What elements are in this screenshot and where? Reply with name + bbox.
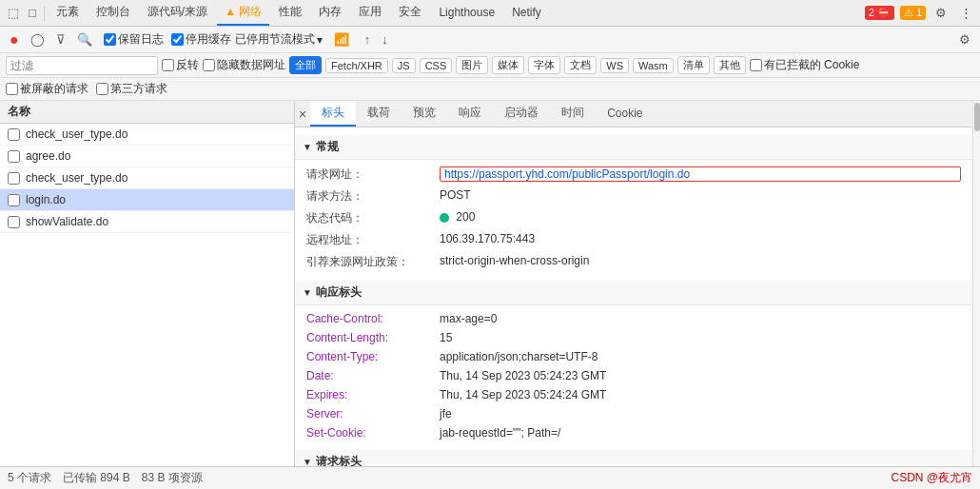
expires-key: Expires:	[306, 388, 440, 401]
wifi-icon[interactable]: 📶	[330, 30, 353, 49]
detail-panel: × 标头 载荷 预览 响应 启动器 时间 Cookie ▼ 常规 请求网址： h…	[295, 101, 972, 466]
general-section-header[interactable]: ▼ 常规	[295, 135, 972, 160]
referrer-policy-key: 引荐来源网址政策：	[306, 254, 440, 270]
response-headers-section-header[interactable]: ▼ 响应标头	[295, 281, 972, 305]
request-method-row: 请求方法： POST	[295, 186, 972, 207]
network-settings-icon[interactable]: ⚙	[955, 30, 974, 49]
collapse-icon: ▼	[303, 287, 312, 298]
collapse-icon: ▼	[303, 457, 312, 466]
item-name: showValidate.do	[26, 215, 286, 228]
list-item-selected[interactable]: login.do	[0, 189, 294, 211]
filter-wasm[interactable]: Wasm	[633, 58, 674, 73]
request-url-value: https://passport.yhd.com/publicPassport/…	[440, 166, 961, 182]
preserve-log-checkbox[interactable]: 保留日志	[104, 31, 164, 48]
third-party-checkbox[interactable]: 第三方请求	[96, 81, 167, 97]
detail-tab-initiator[interactable]: 启动器	[493, 101, 550, 127]
has-blocked-cookie-checkbox[interactable]: 有已拦截的 Cookie	[750, 57, 860, 73]
server-row: Server: jfe	[295, 404, 972, 423]
general-section-title: 常规	[316, 139, 339, 155]
tab-security[interactable]: 安全	[391, 0, 429, 26]
tab-application[interactable]: 应用	[351, 0, 389, 26]
requests-count: 5 个请求	[8, 470, 51, 486]
list-item[interactable]: agree.do	[0, 146, 294, 167]
reverse-checkbox[interactable]: 反转	[162, 57, 199, 73]
tab-sources[interactable]: 源代码/来源	[140, 0, 215, 26]
scrollbar[interactable]	[972, 101, 980, 466]
tab-memory[interactable]: 内存	[311, 0, 349, 26]
item-checkbox[interactable]	[8, 216, 20, 228]
general-section-content: 请求网址： https://passport.yhd.com/publicPas…	[295, 160, 972, 277]
item-checkbox[interactable]	[8, 172, 20, 185]
set-cookie-row: Set-Cookie: jab-requestId=""; Path=/	[295, 423, 972, 442]
tab-lighthouse[interactable]: Lighthouse	[431, 2, 502, 25]
response-headers-content: Cache-Control: max-age=0 Content-Length:…	[295, 305, 972, 446]
remote-address-value: 106.39.170.75:443	[440, 232, 961, 245]
request-method-value: POST	[440, 188, 961, 202]
detail-tab-headers[interactable]: 标头	[310, 101, 356, 127]
transferred-size: 已传输 894 B	[63, 470, 130, 486]
hide-data-url-checkbox[interactable]: 隐藏数据网址	[203, 57, 285, 73]
content-length-row: Content-Length: 15	[295, 328, 972, 347]
close-detail-button[interactable]: ×	[299, 107, 306, 122]
devtools-icon1[interactable]: ⬚	[4, 4, 23, 22]
request-list: 名称 check_user_type.do agree.do check_use…	[0, 101, 295, 466]
filter-all[interactable]: 全部	[289, 56, 322, 74]
expires-value: Thu, 14 Sep 2023 05:24:24 GMT	[440, 388, 961, 401]
tab-elements[interactable]: 元素	[49, 0, 87, 26]
tab-console[interactable]: 控制台	[88, 0, 138, 26]
list-item[interactable]: showValidate.do	[0, 211, 294, 233]
detail-tab-cookies[interactable]: Cookie	[596, 103, 654, 126]
download-icon[interactable]: ↓	[378, 30, 392, 49]
scroll-thumb[interactable]	[974, 103, 980, 131]
warn-badge: ⚠ 1	[900, 6, 926, 20]
filter-other[interactable]: 其他	[714, 56, 746, 74]
search-icon[interactable]: 🔍	[73, 30, 96, 49]
status-code-key: 状态代码：	[306, 210, 440, 226]
devtools-icon2[interactable]: □	[25, 4, 40, 22]
detail-tab-payload[interactable]: 载荷	[356, 101, 402, 127]
filter-input[interactable]	[6, 56, 158, 75]
content-type-value: application/json;charset=UTF-8	[440, 350, 961, 363]
date-value: Thu, 14 Sep 2023 05:24:23 GMT	[440, 369, 961, 382]
record-button[interactable]: ●	[6, 29, 23, 50]
filter-font[interactable]: 字体	[528, 56, 560, 74]
list-item[interactable]: check_user_type.do	[0, 167, 294, 189]
tab-performance[interactable]: 性能	[271, 0, 309, 26]
server-key: Server:	[306, 407, 440, 421]
detail-tab-response[interactable]: 响应	[447, 101, 493, 127]
content-type-row: Content-Type: application/json;charset=U…	[295, 347, 972, 366]
disable-cache-checkbox[interactable]: 停用缓存	[171, 31, 231, 48]
clear-button[interactable]: ◯	[27, 30, 49, 49]
item-checkbox[interactable]	[8, 150, 20, 163]
filter-manifest[interactable]: 清单	[677, 56, 710, 74]
filter-doc[interactable]: 文档	[564, 56, 597, 74]
detail-tab-timing[interactable]: 时间	[550, 101, 596, 127]
filter-icon[interactable]: ⊽	[52, 30, 69, 49]
request-headers-section-header[interactable]: ▼ 请求标头	[295, 450, 972, 466]
response-headers-title: 响应标头	[316, 284, 362, 301]
resources-size: 83 B 项资源	[142, 470, 203, 486]
filter-js[interactable]: JS	[392, 58, 416, 73]
upload-icon[interactable]: ↑	[361, 30, 375, 49]
request-url-key: 请求网址：	[306, 166, 440, 183]
tab-network[interactable]: ▲ 网络	[217, 0, 269, 26]
item-checkbox[interactable]	[8, 128, 20, 141]
content-type-key: Content-Type:	[306, 350, 440, 363]
filter-css[interactable]: CSS	[420, 58, 453, 73]
filter-ws[interactable]: WS	[600, 58, 629, 73]
set-cookie-value: jab-requestId=""; Path=/	[440, 426, 961, 440]
filter-img[interactable]: 图片	[456, 56, 488, 74]
filter-media[interactable]: 媒体	[492, 56, 524, 74]
settings-icon[interactable]: ⚙	[931, 4, 951, 22]
more-icon[interactable]: ⋮	[956, 4, 976, 22]
remote-address-key: 远程地址：	[306, 232, 440, 248]
list-item[interactable]: check_user_type.do	[0, 124, 294, 146]
detail-tab-preview[interactable]: 预览	[402, 101, 447, 127]
referrer-policy-value: strict-origin-when-cross-origin	[440, 254, 961, 267]
tab-netify[interactable]: Netify	[504, 2, 549, 25]
stream-mode-dropdown[interactable]: 已停用节流模式 ▾	[235, 31, 323, 48]
filter-fetch-xhr[interactable]: Fetch/XHR	[325, 58, 388, 73]
hidden-requests-checkbox[interactable]: 被屏蔽的请求	[6, 81, 88, 97]
expires-row: Expires: Thu, 14 Sep 2023 05:24:24 GMT	[295, 385, 972, 404]
item-checkbox[interactable]	[8, 194, 20, 206]
